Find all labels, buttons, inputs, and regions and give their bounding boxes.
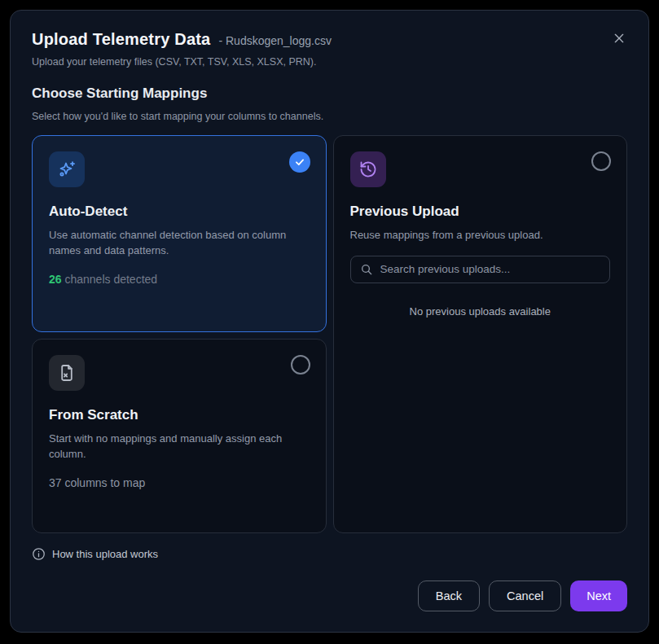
auto-detect-count: 26 channels detected — [49, 273, 310, 286]
info-icon — [32, 547, 46, 561]
previous-upload-radio[interactable] — [591, 151, 611, 171]
uploaded-filename: - Rudskogen_logg.csv — [218, 34, 332, 47]
from-scratch-description: Start with no mappings and manually assi… — [49, 432, 301, 462]
auto-detect-selected-indicator[interactable] — [289, 151, 310, 173]
previous-uploads-search[interactable] — [350, 256, 611, 283]
previous-upload-title: Previous Upload — [350, 204, 611, 220]
option-card-from-scratch[interactable]: From Scratch Start with no mappings and … — [32, 339, 327, 533]
modal-header: Upload Telemetry Data - Rudskogen_logg.c… — [32, 30, 627, 49]
columns-to-map-count: 37 columns to map — [49, 476, 310, 489]
search-icon — [360, 263, 373, 276]
section-description: Select how you'd like to start mapping y… — [32, 111, 627, 122]
check-icon — [289, 151, 310, 173]
how-upload-works-label: How this upload works — [52, 548, 158, 560]
section-heading: Choose Starting Mappings — [32, 85, 627, 102]
close-icon — [613, 32, 626, 45]
radio-unchecked-icon — [591, 151, 611, 171]
upload-telemetry-modal: Upload Telemetry Data - Rudskogen_logg.c… — [10, 10, 649, 633]
no-previous-uploads-message: No previous uploads available — [350, 305, 611, 318]
radio-unchecked-icon — [291, 355, 310, 375]
close-button[interactable] — [609, 28, 629, 48]
modal-subtitle: Upload your telemetry files (CSV, TXT, T… — [32, 56, 627, 68]
footer-actions: Back Cancel Next — [418, 580, 627, 611]
next-button[interactable]: Next — [570, 580, 627, 611]
history-icon — [350, 151, 386, 187]
option-card-previous-upload[interactable]: Previous Upload Reuse mappings from a pr… — [333, 135, 628, 533]
modal-title: Upload Telemetry Data — [32, 30, 210, 49]
mapping-options-grid: Auto-Detect Use automatic channel detect… — [32, 135, 627, 535]
cancel-button[interactable]: Cancel — [489, 580, 561, 611]
auto-detect-title: Auto-Detect — [49, 204, 310, 220]
sparkles-icon — [49, 151, 85, 187]
previous-upload-description: Reuse mappings from a previous upload. — [350, 228, 603, 243]
file-x-icon — [49, 355, 85, 391]
from-scratch-radio[interactable] — [291, 355, 310, 375]
auto-detect-description: Use automatic channel detection based on… — [49, 228, 301, 259]
channels-detected-label: channels detected — [62, 273, 158, 286]
from-scratch-title: From Scratch — [49, 407, 310, 423]
search-previous-uploads-input[interactable] — [380, 263, 601, 275]
how-upload-works-link[interactable]: How this upload works — [32, 547, 158, 561]
channels-detected-count: 26 — [49, 273, 62, 286]
back-button[interactable]: Back — [418, 580, 480, 611]
option-card-auto-detect[interactable]: Auto-Detect Use automatic channel detect… — [32, 135, 327, 332]
